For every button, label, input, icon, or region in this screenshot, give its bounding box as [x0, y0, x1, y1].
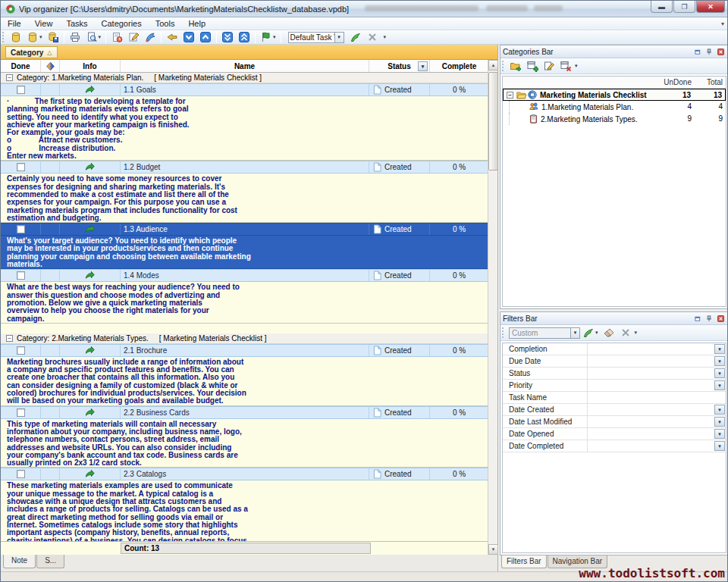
- menu-item-tasks[interactable]: Tasks: [59, 17, 94, 30]
- filter-value-field[interactable]: [588, 392, 726, 403]
- erase-filter-button[interactable]: [601, 326, 617, 340]
- task-row[interactable]: 1.1 GoalsCreated0 %: [1, 83, 488, 96]
- menu-item-view[interactable]: View: [28, 17, 60, 30]
- minimize-button[interactable]: ▬: [651, 1, 673, 13]
- print-preview-button[interactable]: ▾: [84, 30, 103, 44]
- expand-all-button[interactable]: [220, 30, 235, 44]
- task-name[interactable]: 1.3 Audience: [121, 224, 369, 235]
- filter-dropdown-icon[interactable]: ▾: [714, 344, 725, 354]
- filter-dropdown-icon[interactable]: ▾: [714, 405, 725, 415]
- scrollbar-thumb[interactable]: [488, 72, 498, 171]
- collapse-all-button[interactable]: [237, 30, 252, 44]
- apply-view-button[interactable]: [348, 30, 363, 44]
- task-description[interactable]: What's your target audience? You need to…: [1, 236, 488, 269]
- done-checkbox[interactable]: [17, 408, 25, 417]
- move-down-button[interactable]: [181, 30, 196, 44]
- task-view-dropdown-icon[interactable]: ▾: [335, 32, 344, 43]
- task-row[interactable]: 1.2 BudgetCreated0 %: [1, 161, 488, 174]
- task-status[interactable]: Created: [369, 161, 430, 173]
- task-status[interactable]: Created: [369, 345, 430, 356]
- dropdown-arrow-icon[interactable]: ▾: [99, 34, 102, 40]
- filter-value-field[interactable]: [588, 404, 726, 415]
- task-name[interactable]: 2.2 Business Cards: [121, 407, 369, 418]
- print-button[interactable]: [67, 30, 83, 44]
- done-checkbox[interactable]: [17, 163, 25, 171]
- column-header-info[interactable]: Info: [60, 60, 121, 72]
- column-header-name[interactable]: Name: [121, 60, 369, 72]
- move-up-button[interactable]: [198, 30, 213, 44]
- scroll-down-icon[interactable]: ▼: [488, 544, 498, 555]
- filters-bar-restore-button[interactable]: [693, 314, 703, 324]
- add-category-button[interactable]: [525, 59, 540, 73]
- menu-item-tools[interactable]: Tools: [149, 17, 182, 30]
- categories-bar-restore-button[interactable]: [693, 47, 703, 57]
- done-checkbox[interactable]: [17, 86, 25, 94]
- grid-vertical-scrollbar[interactable]: ▲ ▼: [488, 60, 497, 555]
- apply-filter-button[interactable]: ▾: [581, 326, 600, 340]
- collapse-minus-icon[interactable]: −: [6, 335, 13, 342]
- task-name[interactable]: 2.3 Catalogs: [121, 468, 369, 480]
- filter-preset-dropdown-icon[interactable]: ▾: [571, 327, 580, 339]
- task-name[interactable]: 1.4 Modes: [121, 270, 369, 281]
- tree-expander-icon[interactable]: −: [507, 92, 513, 99]
- clear-view-button[interactable]: [365, 30, 380, 44]
- undone-column-header[interactable]: UnDone: [654, 78, 692, 86]
- filter-dropdown-icon[interactable]: ▾: [714, 368, 725, 378]
- task-row[interactable]: 2.2 Business CardsCreated0 %: [1, 406, 488, 419]
- task-description[interactable]: · The first step to developing a templat…: [1, 96, 488, 161]
- filter-value-field[interactable]: [588, 368, 726, 379]
- column-header-priority[interactable]: [41, 60, 60, 72]
- total-column-header[interactable]: Total: [695, 78, 723, 86]
- done-checkbox[interactable]: [17, 470, 25, 478]
- filters-bar-panel-close-button[interactable]: [716, 314, 726, 324]
- dropdown-arrow-icon[interactable]: ▾: [39, 34, 42, 40]
- filter-preset-value[interactable]: Custom: [509, 327, 571, 339]
- remove-filter-button[interactable]: [618, 326, 633, 340]
- tree-item[interactable]: 1.Marketing Materials Plan.44: [503, 101, 726, 113]
- done-checkbox[interactable]: [17, 346, 25, 355]
- done-checkbox[interactable]: [17, 225, 25, 233]
- edit-task-button[interactable]: [126, 30, 141, 44]
- database-menu-button[interactable]: ▾: [25, 30, 44, 44]
- task-status[interactable]: Created: [369, 270, 430, 281]
- task-name[interactable]: 2.1 Brochure: [121, 345, 369, 356]
- filter-dropdown-icon[interactable]: ▾: [714, 441, 725, 451]
- menu-item-help[interactable]: Help: [181, 17, 212, 30]
- delete-task-button[interactable]: [143, 30, 158, 44]
- filter-value-field[interactable]: [588, 416, 726, 427]
- task-view-value[interactable]: Default Task V: [288, 32, 335, 43]
- close-button[interactable]: ✕: [696, 1, 725, 13]
- filter-dropdown-icon[interactable]: ▾: [714, 429, 725, 439]
- edit-category-button[interactable]: [541, 59, 557, 73]
- categories-bar-pin-button[interactable]: [704, 47, 714, 57]
- filter-dropdown-icon[interactable]: ▾: [714, 356, 725, 366]
- column-header-complete[interactable]: Complete: [430, 60, 488, 72]
- tree-item-label[interactable]: 2.Marketing Materials Types.: [541, 115, 638, 124]
- scroll-up-icon[interactable]: ▲: [488, 60, 498, 70]
- tree-item[interactable]: 2.Marketing Materials Types.99: [503, 113, 726, 125]
- add-checklist-button[interactable]: [508, 59, 523, 73]
- task-description[interactable]: What are the best ways for reaching your…: [1, 282, 488, 324]
- task-name[interactable]: 1.1 Goals: [121, 84, 369, 95]
- collapse-minus-icon[interactable]: −: [6, 74, 13, 81]
- filter-value-field[interactable]: [588, 380, 726, 391]
- menu-item-categories[interactable]: Categories: [95, 17, 149, 30]
- menubar-overflow-icon[interactable]: ▾: [721, 20, 724, 27]
- task-row[interactable]: 1.4 ModesCreated0 %: [1, 269, 488, 282]
- task-row[interactable]: 2.1 BrochureCreated0 %: [1, 344, 488, 357]
- filter-dropdown-icon[interactable]: ▾: [714, 417, 725, 427]
- dock-tab-note[interactable]: Note: [3, 555, 36, 568]
- filter-value-field[interactable]: [588, 343, 726, 355]
- dock-tab-s[interactable]: S...: [36, 555, 64, 568]
- tree-item[interactable]: −Marketing Materials Checklist1313: [503, 89, 726, 101]
- task-status[interactable]: Created: [369, 407, 430, 418]
- category-group-row[interactable]: −Category: 2.Marketing Materials Types.[…: [1, 333, 488, 344]
- task-status[interactable]: Created: [369, 224, 430, 235]
- task-status[interactable]: Created: [369, 84, 430, 95]
- task-row[interactable]: 2.3 CatalogsCreated0 %: [1, 468, 488, 480]
- task-view-flag-button[interactable]: ▾: [259, 30, 278, 44]
- categories-bar-panel-close-button[interactable]: [716, 47, 726, 57]
- tree-item-label[interactable]: 1.Marketing Materials Plan.: [541, 103, 633, 111]
- status-filter-dropdown-icon[interactable]: ▾: [418, 61, 428, 71]
- save-database-button[interactable]: [46, 30, 61, 44]
